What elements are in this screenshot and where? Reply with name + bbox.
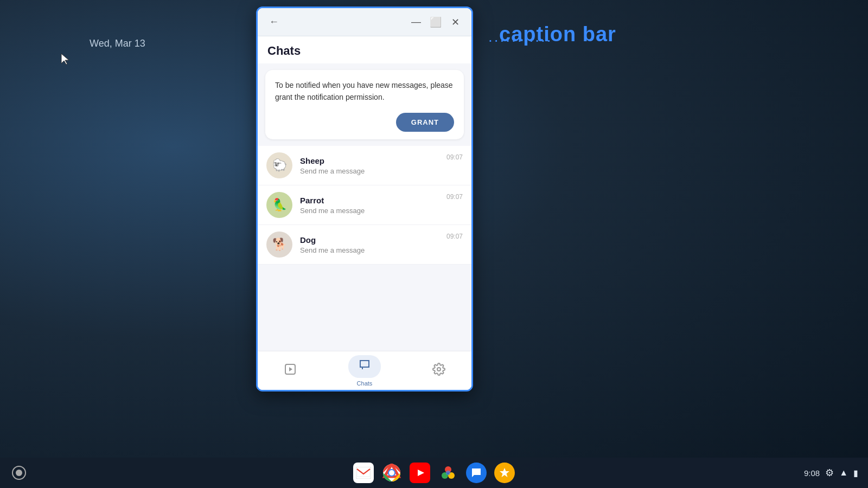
chat-preview-parrot: Send me a message bbox=[300, 207, 446, 215]
desktop-date: Wed, Mar 13 bbox=[90, 38, 145, 49]
taskbar-youtube-icon[interactable] bbox=[410, 463, 430, 483]
svg-rect-6 bbox=[356, 467, 371, 479]
desktop: Wed, Mar 13 ··········· caption bar ← — … bbox=[0, 0, 868, 488]
minimize-button[interactable]: — bbox=[407, 14, 425, 31]
svg-marker-11 bbox=[418, 470, 424, 476]
settings-icon bbox=[432, 363, 445, 379]
svg-rect-2 bbox=[360, 361, 369, 367]
chat-info-sheep: Sheep Send me a message bbox=[300, 156, 446, 175]
chat-info-parrot: Parrot Send me a message bbox=[300, 196, 446, 215]
restore-button[interactable]: ⬜ bbox=[427, 14, 444, 31]
svg-point-10 bbox=[389, 470, 394, 476]
chats-icon bbox=[358, 358, 371, 375]
taskbar-time: 9:08 bbox=[804, 468, 820, 478]
notification-card: To be notified when you have new message… bbox=[265, 70, 464, 139]
back-button[interactable]: ← bbox=[265, 14, 283, 31]
caption-bar-label: caption bar bbox=[499, 23, 616, 46]
taskbar-chat-icon[interactable] bbox=[466, 463, 487, 483]
battery-icon: ▮ bbox=[853, 468, 859, 478]
chat-time-dog: 09:07 bbox=[446, 233, 463, 240]
bottom-nav: Chats bbox=[258, 351, 471, 390]
svg-point-3 bbox=[437, 368, 441, 371]
chat-item-dog[interactable]: 🐕 Dog Send me a message 09:07 bbox=[258, 225, 471, 265]
chat-time-parrot: 09:07 bbox=[446, 193, 463, 201]
mouse-cursor bbox=[60, 53, 71, 66]
avatar-dog: 🐕 bbox=[266, 232, 292, 258]
chat-name-dog: Dog bbox=[300, 235, 446, 245]
chats-header: Chats bbox=[258, 36, 471, 63]
nav-item-settings[interactable] bbox=[424, 359, 454, 382]
chat-item-sheep[interactable]: 🐑 Sheep Send me a message 09:07 bbox=[258, 146, 471, 185]
chat-name-parrot: Parrot bbox=[300, 196, 446, 205]
close-button[interactable]: ✕ bbox=[446, 14, 464, 31]
stories-icon bbox=[284, 363, 297, 379]
taskbar-gmail-icon[interactable] bbox=[353, 463, 374, 483]
svg-point-5 bbox=[16, 470, 22, 476]
taskbar-app-icon[interactable] bbox=[494, 463, 515, 483]
settings-icon-taskbar[interactable]: ⚙ bbox=[825, 467, 834, 479]
taskbar-right: 9:08 ⚙ ▲ ▮ bbox=[804, 467, 859, 479]
notification-text: To be notified when you have new message… bbox=[275, 80, 454, 103]
taskbar-photos-icon[interactable] bbox=[438, 463, 458, 483]
chat-preview-dog: Send me a message bbox=[300, 246, 446, 254]
chats-page-title: Chats bbox=[267, 44, 462, 58]
avatar-parrot: 🦜 bbox=[266, 192, 292, 218]
chat-time-sheep: 09:07 bbox=[446, 153, 463, 161]
taskbar-system-button[interactable] bbox=[9, 463, 29, 483]
app-window: ← — ⬜ ✕ Chats To be notified when you ha… bbox=[256, 7, 473, 391]
taskbar: 9:08 ⚙ ▲ ▮ bbox=[0, 458, 868, 488]
avatar-sheep: 🐑 bbox=[266, 152, 292, 178]
window-titlebar: ← — ⬜ ✕ bbox=[258, 8, 471, 36]
svg-point-15 bbox=[446, 471, 450, 475]
svg-marker-16 bbox=[500, 468, 509, 477]
nav-item-chats[interactable]: Chats bbox=[340, 352, 390, 390]
svg-marker-1 bbox=[289, 367, 292, 371]
grant-button[interactable]: GRANT bbox=[396, 113, 454, 132]
chats-nav-label: Chats bbox=[357, 380, 373, 387]
nav-item-stories[interactable] bbox=[275, 359, 305, 382]
chat-list: 🐑 Sheep Send me a message 09:07 🦜 Parrot… bbox=[258, 146, 471, 351]
app-content: Chats To be notified when you have new m… bbox=[258, 36, 471, 390]
taskbar-chrome-icon[interactable] bbox=[381, 463, 402, 483]
chat-preview-sheep: Send me a message bbox=[300, 167, 446, 175]
chat-name-sheep: Sheep bbox=[300, 156, 446, 165]
chat-item-parrot[interactable]: 🦜 Parrot Send me a message 09:07 bbox=[258, 185, 471, 225]
chat-info-dog: Dog Send me a message bbox=[300, 235, 446, 254]
wifi-icon: ▲ bbox=[839, 468, 848, 478]
